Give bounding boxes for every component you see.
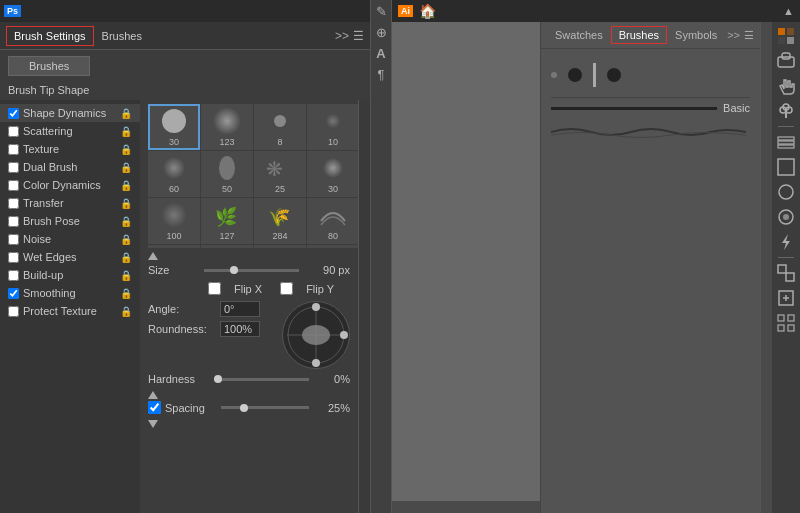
brush-cell-2[interactable]: 8 — [254, 104, 306, 150]
gradient-icon[interactable] — [776, 207, 796, 227]
brush-cell-13[interactable]: 🌿 127 — [201, 198, 253, 244]
arrange-icon[interactable] — [776, 263, 796, 283]
brush-cell-19[interactable]: ✦ 50 — [201, 245, 253, 248]
brush-settings-tabs: Brush Settings Brushes >> ☰ — [0, 22, 370, 50]
brush-cell-20[interactable]: 2500 — [254, 245, 306, 248]
checkbox-smoothing[interactable] — [8, 288, 19, 299]
checkbox-dual-brush[interactable] — [8, 162, 19, 173]
spacing-checkbox[interactable] — [148, 401, 161, 414]
canvas[interactable] — [392, 22, 540, 501]
sidebar-item-texture[interactable]: Texture 🔒 — [0, 140, 140, 158]
tab-brushes-right[interactable]: Brushes — [611, 26, 667, 44]
flip-x-checkbox[interactable] — [208, 282, 221, 295]
tab-brushes[interactable]: Brushes — [94, 26, 150, 46]
brush-cell-0[interactable]: 30 — [148, 104, 200, 150]
checkbox-wet-edges[interactable] — [8, 252, 19, 263]
sidebar-item-shape-dynamics[interactable]: Shape Dynamics 🔒 — [0, 104, 140, 122]
brush-cell-15[interactable]: 80 — [307, 198, 358, 244]
tab-brush-settings[interactable]: Brush Settings — [6, 26, 94, 46]
brush-cell-12[interactable]: 100 — [148, 198, 200, 244]
layers-icon[interactable] — [776, 132, 796, 152]
angle-diagram[interactable] — [282, 301, 350, 369]
brushes-button[interactable]: Brushes — [8, 56, 90, 76]
brush-cell-1[interactable]: 123 — [201, 104, 253, 150]
swatch-dots-row — [551, 57, 750, 93]
brush-cell-9[interactable]: 30 — [307, 151, 358, 197]
brush-cell-6[interactable]: 60 — [148, 151, 200, 197]
lightning-icon[interactable] — [776, 232, 796, 252]
hardness-slider[interactable] — [214, 378, 309, 381]
swatch-dot-2[interactable] — [606, 67, 622, 83]
checkbox-buildup[interactable] — [8, 270, 19, 281]
export-icon[interactable] — [776, 288, 796, 308]
checkbox-color-dynamics[interactable] — [8, 180, 19, 191]
tool-icon-2[interactable]: A — [376, 46, 385, 61]
label-scattering: Scattering — [23, 125, 73, 137]
tool-icon-0[interactable]: ✎ — [376, 4, 387, 19]
tool-icon-1[interactable]: ⊕ — [376, 25, 387, 40]
home-icon[interactable]: 🏠 — [419, 3, 436, 19]
grid-icon[interactable] — [776, 313, 796, 333]
brush-cell-8[interactable]: ❋ 25 — [254, 151, 306, 197]
brush-cell-18[interactable]: 306 — [148, 245, 200, 248]
sidebar-item-transfer[interactable]: Transfer 🔒 — [0, 194, 140, 212]
checkbox-brush-pose[interactable] — [8, 216, 19, 227]
bottom-triangle — [148, 420, 158, 428]
checkbox-noise[interactable] — [8, 234, 19, 245]
brush-cell-3[interactable]: 10 — [307, 104, 358, 150]
label-noise: Noise — [23, 233, 51, 245]
checkbox-transfer[interactable] — [8, 198, 19, 209]
basic-label: Basic — [723, 102, 750, 114]
checkbox-shape-dynamics[interactable] — [8, 108, 19, 119]
spacing-slider[interactable] — [221, 406, 309, 409]
sidebar-item-scattering[interactable]: Scattering 🔒 — [0, 122, 140, 140]
brush-cell-14[interactable]: 🌾 284 — [254, 198, 306, 244]
right-menu-icon[interactable]: ☰ — [744, 29, 754, 42]
cloud-icon[interactable] — [776, 51, 796, 71]
swatch-dot-0[interactable] — [551, 72, 557, 78]
angle-input[interactable] — [220, 301, 260, 317]
sidebar-item-wet-edges[interactable]: Wet Edges 🔒 — [0, 248, 140, 266]
sidebar-item-buildup[interactable]: Build-up 🔒 — [0, 266, 140, 284]
brush-cell-21[interactable]: 2500 — [307, 245, 358, 248]
angle-label: Angle: — [148, 303, 220, 315]
sidebar-item-brush-pose[interactable]: Brush Pose 🔒 — [0, 212, 140, 230]
brush-num-8: 25 — [275, 184, 285, 194]
sidebar-item-protect-texture[interactable]: Protect Texture 🔒 — [0, 302, 140, 320]
sidebar-divider-1 — [778, 126, 794, 127]
spacing-control: Spacing 25% — [148, 401, 350, 414]
label-transfer: Transfer — [23, 197, 64, 209]
checkbox-texture[interactable] — [8, 144, 19, 155]
sidebar-item-smoothing[interactable]: Smoothing 🔒 — [0, 284, 140, 302]
lock-wet-edges: 🔒 — [120, 252, 132, 263]
tab-symbols[interactable]: Symbols — [667, 26, 725, 44]
sidebar-item-color-dynamics[interactable]: Color Dynamics 🔒 — [0, 176, 140, 194]
hardness-value: 0% — [315, 373, 350, 385]
circle-icon[interactable] — [776, 182, 796, 202]
tab-swatches[interactable]: Swatches — [547, 26, 611, 44]
checkbox-protect-texture[interactable] — [8, 306, 19, 317]
label-dual-brush: Dual Brush — [23, 161, 77, 173]
tool-icon-3[interactable]: ¶ — [378, 67, 385, 82]
brush-grid-container: 30 123 8 10 — [140, 100, 358, 248]
rect-icon[interactable] — [776, 157, 796, 177]
brush-grid-scrollbar[interactable] — [358, 100, 370, 513]
canvas-scrollbar-h[interactable] — [392, 501, 540, 513]
scroll-arrow-up[interactable]: ▲ — [783, 5, 794, 17]
flip-y-checkbox[interactable] — [280, 282, 293, 295]
sidebar-item-dual-brush[interactable]: Dual Brush 🔒 — [0, 158, 140, 176]
right-expand-icon[interactable]: >> — [727, 29, 740, 42]
menu-icon[interactable]: ☰ — [353, 29, 364, 43]
roundness-input[interactable] — [220, 321, 260, 337]
club-icon[interactable] — [776, 101, 796, 121]
panel-scrollbar[interactable] — [760, 22, 772, 513]
checkbox-scattering[interactable] — [8, 126, 19, 137]
brush-cell-7[interactable]: 50 — [201, 151, 253, 197]
size-slider[interactable] — [204, 269, 299, 272]
colors-icon[interactable] — [776, 26, 796, 46]
swatch-dot-1[interactable] — [567, 67, 583, 83]
hand-icon[interactable] — [776, 76, 796, 96]
sidebar-item-noise[interactable]: Noise 🔒 — [0, 230, 140, 248]
expand-icon[interactable]: >> — [335, 29, 349, 43]
brush-num-7: 50 — [222, 184, 232, 194]
